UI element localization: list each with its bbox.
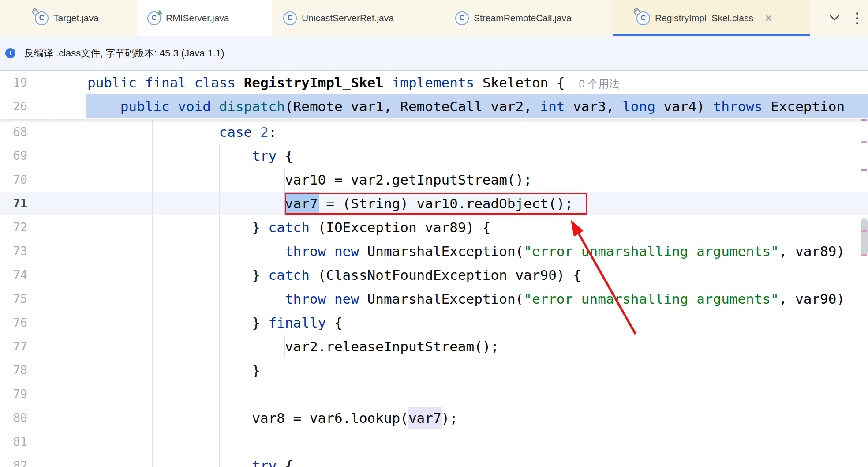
code-token: [186, 75, 195, 90]
code-token: {: [277, 148, 293, 164]
tab-label: UnicastServerRef.java: [302, 13, 394, 23]
code-token: [384, 75, 392, 90]
code-text: var2.releaseInputStream();: [87, 335, 499, 358]
code-line-69[interactable]: 69 try {: [0, 144, 868, 168]
error-stripe-mark-pink[interactable]: [861, 230, 867, 232]
line-number-68[interactable]: 68: [0, 120, 27, 144]
code-token: throws: [713, 98, 763, 114]
line-number-26[interactable]: 26: [0, 94, 27, 118]
close-tab-icon[interactable]: ×: [765, 12, 772, 25]
code-token: }: [252, 219, 268, 235]
line-number-71[interactable]: 71: [0, 192, 27, 215]
code-token: var3,: [565, 98, 623, 114]
code-token: var10 = var2.getInputStream();: [285, 172, 532, 188]
code-token: implements: [392, 75, 475, 90]
code-token: {: [277, 458, 293, 467]
code-line-73[interactable]: 73 throw new UnmarshalException("error u…: [0, 239, 868, 263]
kebab-menu-icon[interactable]: [850, 0, 864, 36]
code-token: UnmarshalException(: [359, 291, 524, 307]
line-number-82[interactable]: 82: [0, 454, 27, 467]
code-token: catch: [269, 219, 310, 235]
code-token: [137, 75, 145, 90]
code-text: var8 = var6.lookup(var7);: [87, 406, 458, 430]
error-stripe-mark-pink[interactable]: [861, 141, 867, 143]
code-token: (Remote var1, RemoteCall var2,: [285, 98, 540, 114]
code-token: [326, 291, 334, 307]
line-number-78[interactable]: 78: [0, 358, 27, 382]
lock-overlay-icon: [633, 8, 641, 16]
code-line-82[interactable]: 82 try {: [0, 454, 868, 467]
code-token: public: [87, 75, 137, 90]
code-text: public final class RegistryImpl_Skel imp…: [87, 71, 620, 94]
code-token: [252, 124, 260, 140]
code-token: "error unmarshalling arguments": [524, 243, 779, 259]
line-number-81[interactable]: 81: [0, 430, 27, 454]
tab-RegistryImpl_Skel.class[interactable]: CRegistryImpl_Skel.class×: [613, 0, 810, 36]
tab-StreamRemoteCall.java[interactable]: CStreamRemoteCall.java: [436, 0, 613, 36]
class-lock-icon: C: [636, 11, 650, 25]
code-line-74[interactable]: 74 } catch (ClassNotFoundException var90…: [0, 263, 868, 287]
tab-Target.java[interactable]: CTarget.java: [12, 0, 137, 36]
line-number-80[interactable]: 80: [0, 406, 27, 430]
line-number-73[interactable]: 73: [0, 239, 27, 263]
scrollbar-thumb[interactable]: [861, 218, 868, 256]
tab-label: StreamRemoteCall.java: [474, 13, 572, 23]
code-line-26[interactable]: 26 public void dispatch(Remote var1, Rem…: [0, 94, 868, 118]
code-text: }: [87, 358, 260, 382]
code-token: class: [195, 75, 236, 90]
code-token: void: [178, 98, 211, 114]
code-line-81[interactable]: 81: [0, 430, 868, 454]
code-token: 2: [260, 124, 269, 140]
info-icon: i: [5, 48, 15, 58]
code-token: [170, 98, 178, 114]
line-number-77[interactable]: 77: [0, 335, 27, 358]
code-text: var10 = var2.getInputStream();: [87, 168, 532, 192]
code-editor[interactable]: 68 case 2:69 try {70 var10 = var2.getInp…: [0, 71, 868, 467]
line-number-19[interactable]: 19: [0, 71, 27, 94]
line-number-76[interactable]: 76: [0, 311, 27, 335]
code-token: var2.releaseInputStream();: [285, 339, 499, 354]
code-token: "error unmarshalling arguments": [524, 291, 779, 307]
tab-UnicastServerRef.java[interactable]: CUnicastServerRef.java: [272, 0, 436, 36]
code-token: throw: [285, 291, 326, 307]
code-line-79[interactable]: 79: [0, 382, 868, 406]
code-text: public void dispatch(Remote var1, Remote…: [87, 94, 845, 118]
tab-RMIServer.java[interactable]: CRMIServer.java: [137, 0, 272, 36]
code-line-70[interactable]: 70 var10 = var2.getInputStream();: [0, 168, 868, 192]
code-token: var8 = var6.lookup(: [252, 410, 408, 426]
code-text: } finally {: [87, 311, 343, 335]
code-line-76[interactable]: 76 } finally {: [0, 311, 868, 335]
chevron-down-icon[interactable]: [826, 0, 843, 36]
code-token: , var89): [779, 243, 845, 259]
code-line-77[interactable]: 77 var2.releaseInputStream();: [0, 335, 868, 358]
usages-inlay-hint[interactable]: 0 个用法: [579, 78, 620, 90]
error-stripe-mark-violet[interactable]: [861, 119, 867, 121]
code-line-19[interactable]: 19public final class RegistryImpl_Skel i…: [0, 71, 868, 94]
code-line-68[interactable]: 68 case 2:: [0, 120, 868, 144]
line-number-70[interactable]: 70: [0, 168, 27, 192]
code-token: }: [252, 362, 260, 378]
line-number-69[interactable]: 69: [0, 144, 27, 168]
sticky-lines-header: 19public final class RegistryImpl_Skel i…: [0, 71, 868, 118]
code-line-78[interactable]: 78 }: [0, 358, 868, 382]
line-number-74[interactable]: 74: [0, 263, 27, 287]
code-token: UnmarshalException(: [359, 243, 524, 259]
class-icon: C: [455, 11, 469, 25]
line-number-72[interactable]: 72: [0, 215, 27, 239]
code-token: Skeleton {: [474, 75, 565, 90]
annotation-red-box: [285, 193, 587, 215]
code-text: try {: [87, 144, 293, 168]
line-number-75[interactable]: 75: [0, 287, 27, 311]
line-number-79[interactable]: 79: [0, 382, 27, 406]
error-stripe-mark-violet[interactable]: [861, 169, 867, 171]
code-token: (IOException var89) {: [310, 219, 491, 235]
code-token: new: [334, 243, 359, 259]
error-stripe-mark-pink[interactable]: [861, 254, 867, 256]
code-token: long: [622, 98, 655, 114]
code-token: }: [252, 267, 268, 283]
code-line-80[interactable]: 80 var8 = var6.lookup(var7);: [0, 406, 868, 430]
code-line-72[interactable]: 72 } catch (IOException var89) {: [0, 215, 868, 239]
code-token: finally: [269, 315, 326, 331]
decompile-notification-banner: i 反编译 .class文件, 字节码版本: 45.3 (Java 1.1): [0, 36, 868, 71]
code-line-75[interactable]: 75 throw new UnmarshalException("error u…: [0, 287, 868, 311]
